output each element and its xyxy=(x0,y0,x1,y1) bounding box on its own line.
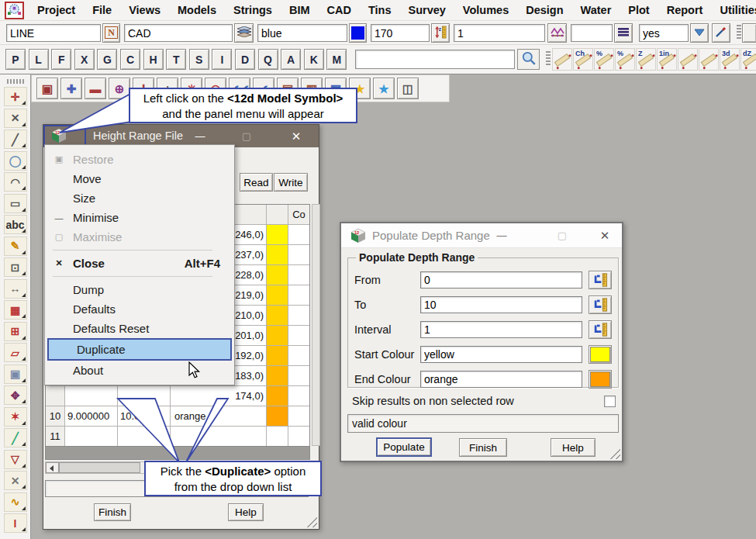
colour-picker-button[interactable] xyxy=(349,23,367,43)
text-cursor-tool-button[interactable]: I xyxy=(4,513,27,533)
comment-cell[interactable] xyxy=(288,326,309,345)
menu-item[interactable] xyxy=(45,273,234,280)
shield-polygon-tool-button[interactable]: ▽ xyxy=(4,450,27,469)
menu-item[interactable]: Size xyxy=(45,188,234,208)
scrollbar-thumb[interactable] xyxy=(59,462,140,473)
polygon-tool-button[interactable]: ▱ xyxy=(4,343,27,362)
measure-tool-button[interactable]: ↔ xyxy=(4,279,27,299)
toolbar-grip[interactable] xyxy=(546,51,551,67)
height-picker-button[interactable]: z xyxy=(431,23,450,43)
shared-star-button[interactable]: ★ xyxy=(373,78,395,99)
colour-cell[interactable] xyxy=(171,427,267,447)
menu-item[interactable]: Dump xyxy=(45,280,234,299)
text-tool-button[interactable]: abc xyxy=(4,215,27,234)
chainage-button[interactable]: Ch xyxy=(573,48,593,71)
colour-cell[interactable]: 174,0) xyxy=(171,386,267,406)
distance-3d-button[interactable]: 3d xyxy=(720,48,740,71)
delta-z-button[interactable]: dZ xyxy=(740,48,756,71)
menubar-item[interactable]: Report xyxy=(658,0,712,20)
comment-cell[interactable] xyxy=(288,285,309,305)
scroll-left-icon[interactable] xyxy=(46,462,59,473)
help-button[interactable]: Help xyxy=(551,438,595,457)
from-cell[interactable]: 9.000000 xyxy=(65,406,118,426)
comment-cell[interactable] xyxy=(288,245,309,264)
comment-cell[interactable] xyxy=(288,225,309,244)
menu-item[interactable]: ▣ Restore xyxy=(45,150,234,169)
style-input[interactable] xyxy=(571,24,613,42)
percent-button[interactable]: % xyxy=(615,48,635,71)
menubar-item[interactable]: CAD xyxy=(319,0,360,20)
menu-item[interactable]: Defaults Reset xyxy=(45,319,234,338)
maximize-button[interactable]: ▢ xyxy=(547,223,577,248)
height-z-button[interactable]: Z xyxy=(636,48,656,71)
comment-cell[interactable] xyxy=(288,306,309,325)
field-picker-button[interactable] xyxy=(589,345,612,364)
snap-toggle-button[interactable]: T xyxy=(166,49,186,70)
help-button[interactable]: Help xyxy=(228,503,264,521)
menu-item[interactable]: Duplicate xyxy=(47,338,232,361)
field-picker-button[interactable] xyxy=(589,295,612,314)
menubar-item[interactable]: Models xyxy=(169,0,225,20)
menu-item[interactable]: Move xyxy=(45,169,234,188)
name-picker-button[interactable]: N xyxy=(102,23,120,43)
field-input[interactable] xyxy=(420,271,582,289)
resize-grip[interactable] xyxy=(306,517,317,527)
menu-item[interactable]: ✕ Close Alt+F4 xyxy=(45,254,234,273)
from-cell[interactable] xyxy=(65,386,118,406)
resize-grip[interactable] xyxy=(609,448,620,459)
dialog-titlebar[interactable]: 12 Populate Depth Range — ▢ ✕ xyxy=(341,223,622,248)
menubar-item[interactable]: Survey xyxy=(399,0,454,20)
menu-item[interactable]: — Minimise xyxy=(45,208,234,227)
menubar-item[interactable]: Project xyxy=(29,0,84,20)
grade-percent-button[interactable]: % xyxy=(594,48,614,71)
from-cell[interactable] xyxy=(65,427,118,447)
delete-point-tool-button[interactable]: ✕ xyxy=(4,471,27,490)
toolbar-grip[interactable] xyxy=(7,79,24,84)
arc-info-button[interactable] xyxy=(678,48,698,71)
snap-toggle-button[interactable]: A xyxy=(281,49,301,70)
field-picker-button[interactable] xyxy=(589,370,612,389)
field-input[interactable] xyxy=(420,371,582,388)
intersect-button[interactable] xyxy=(699,48,719,71)
row-number-cell[interactable]: 11 xyxy=(46,427,65,447)
menu-item[interactable]: ▢ Maximise xyxy=(45,227,234,247)
close-button[interactable]: ✕ xyxy=(589,223,620,248)
arc-tool-button[interactable]: ◠ xyxy=(4,172,27,192)
window-layout-button[interactable]: ◫ xyxy=(397,78,419,99)
menubar-item[interactable]: File xyxy=(84,0,120,20)
colour-input[interactable] xyxy=(257,24,347,42)
menubar-item[interactable]: Design xyxy=(517,0,571,20)
menu-item[interactable]: Defaults xyxy=(45,299,234,319)
linestyle-picker-button[interactable] xyxy=(547,23,567,43)
skip-results-checkbox[interactable] xyxy=(604,396,616,407)
finish-button[interactable]: Finish xyxy=(94,503,131,521)
field-picker-button[interactable] xyxy=(589,271,612,289)
row-number-cell[interactable] xyxy=(46,386,65,406)
move-tool-button[interactable]: ✥ xyxy=(4,385,27,405)
menu-item[interactable] xyxy=(45,247,234,254)
style-picker-button[interactable] xyxy=(614,23,633,43)
grid-tool-button[interactable]: ▦ xyxy=(4,300,27,320)
gradient-line-tool-button[interactable]: ╱ xyxy=(4,428,27,447)
comment-cell[interactable] xyxy=(288,386,309,406)
cross-point-tool-button[interactable]: ✕ xyxy=(4,109,27,128)
menubar-item[interactable]: Views xyxy=(120,0,169,20)
string-name-input[interactable] xyxy=(6,24,101,42)
menubar-item[interactable]: Volumes xyxy=(454,0,517,20)
freehand-tool-button[interactable]: ∿ xyxy=(4,492,27,512)
to-cell[interactable] xyxy=(118,427,171,447)
comment-cell[interactable] xyxy=(288,366,309,385)
menubar-item[interactable]: Plot xyxy=(620,0,658,20)
snap-toggle-button[interactable]: K xyxy=(304,49,324,70)
snap-toggle-button[interactable]: I xyxy=(212,49,232,70)
snap-toggle-button[interactable]: P xyxy=(5,49,26,70)
minimize-button[interactable]: — xyxy=(487,223,516,248)
field-picker-button[interactable] xyxy=(589,320,612,339)
field-input[interactable] xyxy=(420,321,582,338)
line-tool-button[interactable]: ╱ xyxy=(4,130,27,149)
to-cell[interactable] xyxy=(118,386,171,406)
row-number-cell[interactable]: 10 xyxy=(46,406,65,426)
zoom-in-button[interactable]: ✚ xyxy=(60,78,82,99)
circle-tool-button[interactable]: ◯ xyxy=(4,151,27,171)
box-tool-button[interactable]: ▭ xyxy=(4,194,27,213)
